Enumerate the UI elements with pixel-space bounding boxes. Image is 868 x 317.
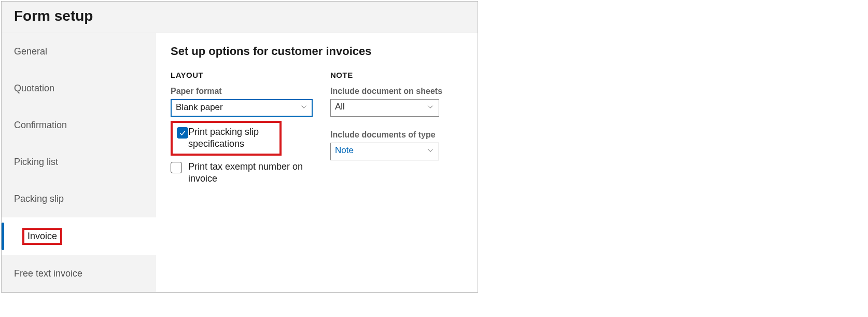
include-type-select[interactable]: Note [330, 143, 439, 160]
main-content: Set up options for customer invoices LAY… [156, 33, 478, 292]
tax-exempt-checkbox[interactable] [171, 162, 182, 173]
packing-slip-spec-checkbox[interactable] [177, 127, 188, 139]
sidebar-item-packing-slip[interactable]: Packing slip [2, 181, 156, 217]
include-sheets-value: All [330, 99, 439, 117]
layout-column: LAYOUT Paper format Blank paper [171, 71, 313, 185]
include-type-value: Note [330, 143, 439, 160]
sidebar-item-free-text-invoice[interactable]: Free text invoice [2, 255, 156, 292]
note-column: NOTE Include document on sheets All Incl… [330, 71, 465, 185]
sidebar-item-label: Free text invoice [14, 268, 82, 279]
packing-slip-spec-label: Print packing slip specifications [188, 126, 275, 150]
paper-format-value: Blank paper [171, 99, 313, 117]
sidebar-item-label: Confirmation [14, 120, 67, 130]
layout-section-label: LAYOUT [171, 71, 313, 79]
sidebar-item-label: Picking list [14, 157, 58, 167]
note-section-label: NOTE [330, 71, 465, 79]
sidebar-item-confirmation[interactable]: Confirmation [2, 107, 156, 144]
paper-format-select[interactable]: Blank paper [171, 99, 313, 117]
packing-slip-spec-checkbox-group: Print packing slip specifications [171, 121, 282, 156]
include-type-label: Include documents of type [330, 130, 465, 140]
sidebar-nav: General Quotation Confirmation Picking l… [2, 33, 156, 292]
sidebar-item-label: Quotation [14, 83, 54, 93]
sidebar-item-invoice[interactable]: Invoice [2, 217, 156, 255]
sidebar-item-quotation[interactable]: Quotation [2, 70, 156, 107]
sidebar-item-label: Packing slip [14, 194, 64, 204]
form-setup-window: Form setup General Quotation Confirmatio… [1, 1, 478, 293]
page-title: Form setup [2, 2, 478, 33]
sidebar-item-picking-list[interactable]: Picking list [2, 144, 156, 181]
tax-exempt-label: Print tax exempt number on invoice [188, 161, 311, 185]
include-sheets-label: Include document on sheets [330, 87, 465, 96]
sidebar-item-label: Invoice [22, 228, 62, 245]
sidebar-item-label: General [14, 46, 47, 57]
paper-format-label: Paper format [171, 87, 313, 96]
include-sheets-select[interactable]: All [330, 99, 439, 117]
sidebar-item-general[interactable]: General [2, 33, 156, 70]
main-heading: Set up options for customer invoices [171, 45, 465, 58]
